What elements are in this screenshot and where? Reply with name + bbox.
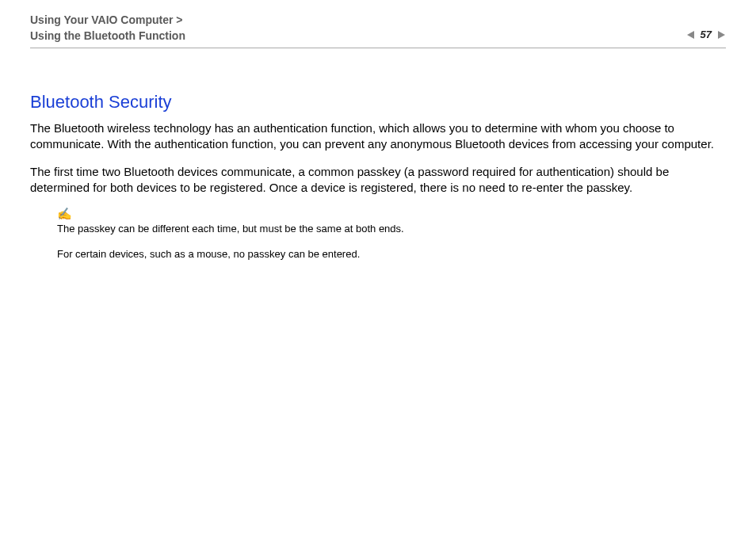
breadcrumb-line1[interactable]: Using Your VAIO Computer >	[30, 13, 726, 29]
svg-marker-0	[687, 31, 694, 39]
page-navigation: 57	[686, 29, 726, 40]
note-block: ✍ The passkey can be different each time…	[57, 207, 726, 261]
header-divider	[30, 48, 726, 48]
paragraph-2: The first time two Bluetooth devices com…	[30, 164, 726, 196]
prev-page-icon[interactable]	[686, 30, 696, 40]
note-line-1: The passkey can be different each time, …	[57, 221, 726, 237]
section-title: Bluetooth Security	[30, 92, 726, 113]
document-header: Using Your VAIO Computer > Using the Blu…	[30, 13, 726, 44]
main-content: Bluetooth Security The Bluetooth wireles…	[30, 92, 726, 271]
next-page-icon[interactable]	[716, 30, 726, 40]
note-pencil-icon: ✍	[57, 207, 726, 221]
page-number: 57	[701, 29, 712, 40]
svg-marker-1	[718, 31, 725, 39]
note-line-2: For certain devices, such as a mouse, no…	[57, 246, 726, 262]
breadcrumb-line2[interactable]: Using the Bluetooth Function	[30, 29, 726, 44]
paragraph-1: The Bluetooth wireless technology has an…	[30, 120, 726, 153]
